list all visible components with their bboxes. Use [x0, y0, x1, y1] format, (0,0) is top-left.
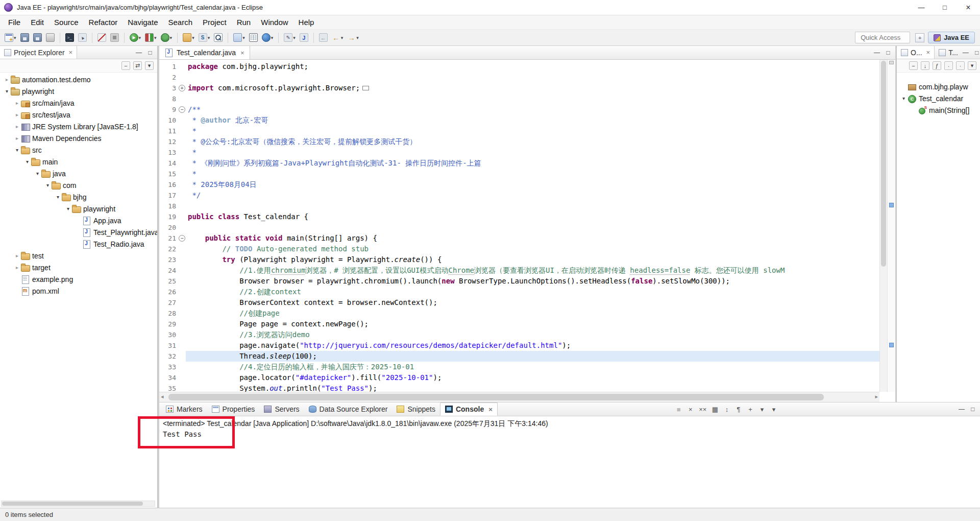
collapse-arrow-icon[interactable]: ▾ — [900, 96, 908, 101]
collapse-arrow-icon[interactable]: ▾ — [64, 206, 72, 211]
menu-refactor[interactable]: Refactor — [84, 15, 123, 29]
scrollbar-thumb[interactable] — [168, 394, 824, 400]
code-line[interactable]: 32 Thread.sleep(100); — [159, 351, 879, 362]
tree-item-app-java[interactable]: App.java — [0, 215, 157, 226]
tree-item-com[interactable]: ▾com — [0, 179, 157, 191]
code-line[interactable]: 9−/** — [159, 104, 879, 115]
maximize-view-icon[interactable]: □ — [969, 406, 976, 413]
clear-console-icon[interactable]: ▦ — [712, 406, 718, 413]
coverage-button[interactable]: ▾ — [143, 32, 158, 43]
menu-file[interactable]: File — [3, 15, 26, 29]
menu-navigate[interactable]: Navigate — [122, 15, 163, 29]
data-grid-button[interactable] — [248, 32, 259, 43]
tree-item-playwright[interactable]: ▾playwright — [0, 85, 157, 97]
code-editor[interactable]: 1package com.bjhg.playwright;23+import c… — [159, 60, 879, 392]
minimize-view-icon[interactable]: — — [135, 49, 142, 56]
fold-collapsed-icon[interactable]: + — [179, 85, 185, 91]
menu-project[interactable]: Project — [198, 15, 232, 29]
dropdown-arrow-icon[interactable]: ▾ — [293, 35, 296, 40]
fold-expanded-icon[interactable]: − — [179, 106, 185, 113]
dropdown-arrow-icon[interactable]: ▾ — [170, 35, 173, 40]
dropdown-arrow-icon[interactable]: ▾ — [341, 35, 344, 40]
new-wizard-button[interactable]: ▾ — [3, 32, 18, 43]
sort-icon[interactable]: ↓ — [921, 61, 929, 70]
web-browser-button[interactable]: ▾ — [260, 32, 275, 43]
code-line[interactable]: 24 //1.使用chromium浏览器，# 浏览器配置，设置以GUI模式启动C… — [159, 265, 879, 276]
code-line[interactable]: 13 * — [159, 147, 879, 158]
explorer-hscrollbar[interactable] — [1, 501, 155, 507]
open-console-icon[interactable]: ▾ — [770, 406, 777, 413]
java-element-button[interactable] — [298, 32, 310, 43]
remove-launch-icon[interactable]: × — [687, 406, 694, 413]
java-ee-perspective-button[interactable]: Java EE — [928, 32, 975, 43]
tree-item-bjhg[interactable]: ▾bjhg — [0, 191, 157, 203]
tab-properties[interactable]: Properties — [207, 402, 260, 416]
editor-vscrollbar[interactable] — [879, 60, 887, 392]
code-line[interactable]: 1package com.bjhg.playwright; — [159, 61, 879, 72]
code-line[interactable]: 33 //4.定位日历的输入框，并输入国庆节：2025-10-01 — [159, 362, 879, 372]
code-line[interactable]: 31 page.navigate("http://jqueryui.com/re… — [159, 340, 879, 351]
print-button[interactable] — [44, 32, 56, 43]
expand-arrow-icon[interactable]: ▸ — [13, 112, 21, 117]
scrollbar-thumb[interactable] — [881, 61, 886, 267]
tree-item-pom-xml[interactable]: pom.xml — [0, 285, 157, 297]
tree-item-target[interactable]: ▸target — [0, 262, 157, 273]
dropdown-arrow-icon[interactable]: ▾ — [14, 35, 16, 40]
display-selected-console-icon[interactable]: ▾ — [758, 406, 765, 413]
hide-fields-icon[interactable]: ƒ — [933, 61, 941, 70]
tree-item-test-radio-java[interactable]: Test_Radio.java — [0, 238, 157, 250]
pin-console-icon[interactable]: + — [747, 406, 753, 413]
collapse-arrow-icon[interactable]: ▾ — [54, 194, 62, 200]
hide-non-public-icon[interactable]: · — [956, 61, 965, 70]
close-tab-icon[interactable]: × — [926, 49, 930, 56]
open-task-button[interactable]: ▾ — [232, 32, 247, 43]
code-line[interactable]: 17 */ — [159, 190, 879, 201]
tree-item-example-png[interactable]: example.png — [0, 273, 157, 285]
tree-item-test[interactable]: ▸test — [0, 250, 157, 262]
tab-task-list[interactable]: T... — [935, 46, 962, 59]
tab-servers[interactable]: Servers — [259, 402, 304, 416]
tab-console[interactable]: Console× — [440, 402, 498, 416]
collapse-arrow-icon[interactable]: ▾ — [34, 171, 41, 176]
minimize-window-button[interactable]: — — [910, 0, 933, 15]
quick-access-field[interactable]: Quick Access — [855, 32, 910, 43]
expand-arrow-icon[interactable]: ▸ — [13, 100, 21, 106]
code-line[interactable]: 15 * — [159, 169, 879, 179]
tree-item-main-string[interactable]: main(String[] — [897, 104, 980, 116]
menu-help[interactable]: Help — [293, 15, 320, 29]
tree-item-test-calendar[interactable]: ▾Test_calendar — [897, 92, 980, 104]
tab-test-calendar-java[interactable]: Test_calendar.java × — [159, 46, 250, 59]
forward-button[interactable]: ▾ — [346, 32, 360, 43]
tab-data-source-explorer[interactable]: Data Source Explorer — [304, 402, 393, 416]
fold-expanded-icon[interactable]: − — [179, 235, 185, 242]
dropdown-arrow-icon[interactable]: ▾ — [139, 35, 141, 40]
open-terminal-button[interactable] — [64, 32, 76, 43]
remove-all-terminated-icon[interactable]: ×× — [699, 406, 706, 413]
tab-project-explorer[interactable]: Project Explorer × — [0, 46, 77, 59]
code-line[interactable]: 18 — [159, 201, 879, 211]
dropdown-arrow-icon[interactable]: ▾ — [356, 35, 359, 40]
code-line[interactable]: 23 try (Playwright playwright = Playwrig… — [159, 254, 879, 265]
code-line[interactable]: 34 page.locator("#datepicker").fill("202… — [159, 372, 879, 383]
run-button[interactable]: ▾ — [128, 32, 143, 43]
save-button[interactable] — [19, 32, 31, 43]
dropdown-arrow-icon[interactable]: ▾ — [242, 35, 245, 40]
view-menu-icon[interactable]: ▾ — [968, 61, 976, 70]
console-view[interactable]: <terminated> Test_calendar [Java Applica… — [159, 417, 980, 508]
scrollbar-thumb[interactable] — [2, 502, 143, 506]
collapse-arrow-icon[interactable]: ▾ — [3, 88, 11, 94]
expand-arrow-icon[interactable]: ▸ — [13, 135, 21, 141]
new-servlet-button[interactable]: ▾ — [197, 32, 212, 43]
code-line[interactable]: 11 * — [159, 126, 879, 136]
tree-item-jre-system-library-javase-1-8[interactable]: ▸JRE System Library [JavaSE-1.8] — [0, 121, 157, 132]
close-tab-icon[interactable]: × — [69, 49, 73, 56]
skip-breakpoints-button[interactable] — [96, 32, 108, 43]
annotations-button[interactable]: ▾ — [282, 32, 297, 43]
debug-button[interactable]: ▾ — [159, 32, 174, 43]
close-tab-icon[interactable]: × — [240, 49, 244, 57]
tree-item-test-playwright-java[interactable]: Test_Playwright.java — [0, 226, 157, 238]
collapse-arrow-icon[interactable]: ▾ — [44, 182, 52, 188]
last-edit-button[interactable] — [317, 32, 329, 43]
collapse-arrow-icon[interactable]: ▾ — [23, 159, 31, 164]
new-java-project-button[interactable]: ▾ — [181, 32, 196, 43]
